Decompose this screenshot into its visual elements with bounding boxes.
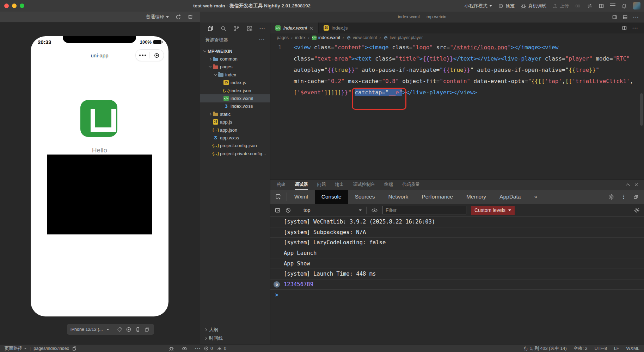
more-icon[interactable]: ··· [632,25,638,31]
bell-icon[interactable] [621,3,627,9]
devtools-tab-network[interactable]: Network [382,190,415,204]
record-stop-button[interactable] [126,327,131,332]
editor-scrollbar[interactable] [640,93,643,126]
more-icon[interactable]: ··· [259,26,265,31]
tree-item-app-wxss[interactable]: Ʒapp.wxss [200,134,270,142]
more-tabs-button[interactable]: » [527,190,544,204]
devtools-tab-sources[interactable]: Sources [348,190,382,204]
rotate-refresh-button[interactable] [117,327,122,332]
upload-button[interactable]: 上传 [552,3,569,9]
close-tab-icon[interactable] [310,26,313,30]
devtools-tab-appdata[interactable]: AppData [493,190,527,204]
eye-icon[interactable] [371,207,378,213]
kebab-menu-icon[interactable]: ⋮ [621,194,626,200]
switch-project-icon[interactable] [587,3,593,9]
panel-tab-调试器[interactable]: 调试器 [295,180,308,190]
tree-item-index-wxss[interactable]: Ʒindex.wxss [200,102,270,110]
debug-icon[interactable] [168,346,174,351]
layout-grid-icon[interactable] [599,3,604,9]
close-capsule-icon[interactable] [150,53,164,58]
console-prompt[interactable]: > [270,290,644,300]
devtools-tab-wxml[interactable]: Wxml [288,190,315,204]
files-icon[interactable] [207,25,214,32]
device-frame-button[interactable] [135,327,141,332]
editor-tab-index-js[interactable]: JSindex.js [319,23,353,33]
live-player-placeholder[interactable] [47,155,152,234]
panel-tab-调试控制台[interactable]: 调试控制台 [353,180,375,190]
panel-tab-构建[interactable]: 构建 [277,180,286,190]
mini-program-capsule[interactable] [135,49,164,61]
maximize-window-button[interactable] [20,4,24,8]
devtools-tab-console[interactable]: Console [315,190,348,204]
toggle-panel-icon[interactable] [622,14,628,20]
mini-program-mode-dropdown[interactable]: 小程序模式 [465,3,492,9]
panel-tab-代码质量[interactable]: 代码质量 [402,180,420,190]
language-mode[interactable]: WXML [626,346,640,351]
tree-item-index-wxml[interactable]: </>index.wxml [200,94,270,102]
compile-mode-dropdown[interactable]: 普通编译 [146,14,169,20]
preview-button[interactable]: 预览 [498,3,515,9]
more-icon[interactable]: ··· [195,346,201,351]
close-panel-icon[interactable] [635,183,638,187]
eye-icon[interactable] [182,346,188,351]
cascade-windows-button[interactable] [144,327,150,332]
custom-levels-dropdown[interactable]: Custom levels [471,206,515,215]
tree-item-static[interactable]: static [200,110,270,118]
show-sidebar-icon[interactable] [275,207,281,213]
console-settings-icon[interactable] [634,207,640,213]
tree-item-index-js[interactable]: JSindex.js [200,79,270,87]
device-debug-button[interactable]: 真机调试 [521,3,546,9]
close-window-button[interactable] [4,4,9,8]
tree-item-project-config-json[interactable]: {..}project.config.json [200,142,270,150]
tree-item-mp-weixin[interactable]: MP-WEIXIN [200,47,270,55]
toggle-sidebar-icon[interactable] [612,14,617,20]
collapse-panel-icon[interactable] [626,183,630,187]
tree-item-app-json[interactable]: {..}app.json [200,126,270,134]
devtools-tab-performance[interactable]: Performance [415,190,460,204]
devtools-settings-icon[interactable] [608,194,614,200]
minimize-window-button[interactable] [12,4,17,8]
more-icon[interactable]: ··· [633,14,639,20]
breadcrumb-item-view-content[interactable]: view.content [346,35,377,40]
outline-section[interactable]: 大纲 [200,326,270,334]
avatar[interactable] [633,2,640,10]
undock-icon[interactable] [633,194,639,200]
tree-item-index-json[interactable]: {..}index.json [200,87,270,94]
more-menu-icon[interactable] [136,55,149,56]
search-icon[interactable] [220,25,227,32]
eol-setting[interactable]: LF [614,346,619,351]
tree-item-pages[interactable]: pages [200,63,270,71]
context-selector[interactable]: top [301,207,362,213]
copy-icon[interactable] [72,346,77,351]
more-icon[interactable]: ··· [259,37,265,43]
indent-setting[interactable]: 空格: 2 [574,346,588,352]
breadcrumb-item-index-wxml[interactable]: </>index.wxml [312,35,340,40]
tree-item-app-js[interactable]: JSapp.js [200,118,270,126]
refresh-button[interactable] [175,14,181,20]
problems-indicator[interactable]: 0 0 [204,345,226,352]
breadcrumb-item-index[interactable]: index [295,35,306,40]
cursor-position[interactable]: 行 1, 列 403 (选中 14) [524,346,567,352]
code-editor[interactable]: 1 <view class="content"><image class="lo… [270,42,644,180]
tree-item-project-private-config-[interactable]: {..}project.private.config... [200,150,270,157]
clear-console-icon[interactable] [285,207,291,213]
panel-tab-问题[interactable]: 问题 [317,180,326,190]
device-selector[interactable]: iPhone 12/13 (... [70,327,103,332]
panel-tab-输出[interactable]: 输出 [335,180,344,190]
breadcrumb-item-live-player-player[interactable]: live-player.player [384,35,423,40]
git-branch-icon[interactable] [233,25,240,32]
clear-cache-button[interactable] [188,14,193,20]
page-path-dropdown[interactable]: 页面路径 [5,346,27,352]
filter-input[interactable] [382,206,466,214]
extensions-icon[interactable] [246,25,253,32]
breadcrumb-item-pages[interactable]: pages [277,35,289,40]
timeline-section[interactable]: 时间线 [200,334,270,342]
panel-tab-终端[interactable]: 终端 [384,180,393,190]
menu-icon[interactable] [610,4,615,8]
tree-item-common[interactable]: common [200,55,270,63]
encoding-setting[interactable]: UTF-8 [594,346,607,351]
link-icon[interactable] [575,3,581,9]
devtools-tab-memory[interactable]: Memory [460,190,493,204]
tree-item-index[interactable]: index [200,71,270,78]
inspect-element-button[interactable] [270,190,286,204]
